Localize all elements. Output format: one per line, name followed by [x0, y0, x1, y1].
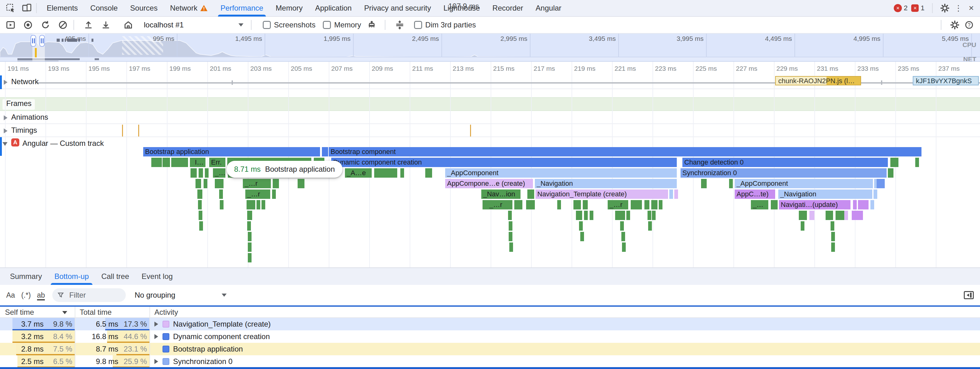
flame-bar[interactable]: Dynamic component creation: [331, 158, 677, 167]
table-row[interactable]: 2.8 ms7.5 %8.7 ms23.1 %Bootstrap applica…: [0, 343, 980, 355]
flame-bar[interactable]: [810, 211, 815, 220]
flame-bar[interactable]: Change detection 0: [682, 158, 888, 167]
flame-bar[interactable]: [895, 158, 899, 167]
filter-field[interactable]: [52, 288, 126, 302]
flame-bar[interactable]: [831, 232, 835, 241]
flame-bar[interactable]: [840, 211, 844, 220]
tab-bottom-up[interactable]: Bottom-up: [48, 268, 95, 285]
flame-bar[interactable]: [648, 221, 652, 231]
flame-bar[interactable]: Synchronization 0: [681, 168, 887, 177]
memory-checkbox[interactable]: Memory: [323, 21, 361, 29]
flame-bar[interactable]: [247, 211, 252, 220]
flame-bar[interactable]: Navigati…(update): [779, 200, 851, 209]
flame-bar[interactable]: [621, 232, 625, 241]
flame-bar[interactable]: AppC…te): [735, 190, 775, 199]
flame-bar[interactable]: [579, 221, 583, 231]
flame-bar[interactable]: [865, 200, 869, 209]
flame-bar[interactable]: [301, 179, 304, 188]
timings-track[interactable]: Timings: [0, 124, 980, 137]
flame-bar[interactable]: [204, 179, 207, 188]
flame-bar[interactable]: [644, 200, 649, 209]
animations-track[interactable]: Animations: [0, 111, 980, 124]
flame-bar[interactable]: I…: [193, 158, 205, 167]
flame-bar[interactable]: _Navigation: [778, 190, 872, 199]
flame-bar[interactable]: [652, 211, 655, 220]
home-icon[interactable]: [121, 18, 135, 32]
collect-garbage-button[interactable]: [365, 18, 379, 32]
sidebar-toggle-icon[interactable]: [964, 291, 974, 299]
load-profile-button[interactable]: [81, 18, 95, 32]
flame-bar[interactable]: [873, 190, 877, 199]
flame-bar[interactable]: [247, 221, 251, 231]
flame-bar[interactable]: [915, 158, 919, 167]
network-request-item[interactable]: kJF1BvYX7BgnkS: [913, 76, 979, 85]
flame-bar[interactable]: _Navigation: [535, 179, 677, 188]
flame-bar[interactable]: [638, 200, 642, 209]
live-metrics-button[interactable]: [4, 18, 18, 32]
flame-bar[interactable]: _…r: [243, 179, 271, 188]
flame-bar[interactable]: [830, 221, 834, 231]
table-row[interactable]: 3.2 ms8.4 %16.8 ms44.6 %Dynamic componen…: [0, 331, 980, 343]
expand-row-icon[interactable]: [154, 322, 158, 327]
flame-bar[interactable]: [729, 179, 733, 188]
flame-bar[interactable]: [182, 158, 188, 167]
flame-bar[interactable]: [852, 211, 856, 220]
expand-animations-icon[interactable]: [4, 115, 8, 120]
regex-button[interactable]: (.*): [21, 291, 31, 299]
flame-bar[interactable]: [197, 190, 202, 199]
table-row[interactable]: 3.7 ms9.8 %6.5 ms17.3 %Navigation_Templa…: [0, 318, 980, 331]
flame-bar[interactable]: [400, 168, 404, 177]
flame-bar[interactable]: [620, 221, 624, 231]
flame-bar[interactable]: [247, 200, 255, 209]
flame-bar[interactable]: [626, 211, 630, 220]
expand-network-icon[interactable]: [4, 80, 8, 85]
flame-bar[interactable]: [576, 211, 582, 220]
flame-bar[interactable]: [198, 200, 202, 209]
flame-bar[interactable]: [659, 200, 662, 209]
flame-bar[interactable]: [275, 179, 279, 188]
flame-bar[interactable]: [584, 211, 588, 220]
flame-bar[interactable]: [877, 179, 885, 188]
flame-bar[interactable]: [844, 211, 848, 220]
flame-bar[interactable]: [261, 200, 265, 209]
clear-button[interactable]: [56, 18, 70, 32]
grouping-select[interactable]: No grouping: [135, 291, 227, 299]
flame-bar[interactable]: [220, 200, 224, 209]
screenshots-checkbox[interactable]: Screenshots: [263, 21, 315, 29]
selection-handle-right[interactable]: [39, 35, 45, 47]
timeline-overview[interactable]: 495 ms995 ms1,495 ms1,995 ms2,495 ms2,99…: [0, 34, 980, 62]
flame-bar[interactable]: [248, 253, 251, 262]
expand-row-icon[interactable]: [154, 334, 158, 339]
flame-bar[interactable]: [573, 200, 581, 209]
filter-input[interactable]: [68, 290, 118, 300]
collapse-angular-icon[interactable]: [3, 142, 8, 146]
flame-bar[interactable]: [583, 200, 588, 209]
flame-bar[interactable]: [859, 211, 863, 220]
tab-summary[interactable]: Summary: [4, 268, 48, 285]
collapse-tracks-icon[interactable]: [393, 18, 407, 32]
flame-bar[interactable]: [703, 179, 707, 188]
flame-bar[interactable]: [648, 211, 651, 220]
column-header-self-time[interactable]: Self time: [5, 308, 34, 317]
flame-bar[interactable]: [325, 147, 328, 157]
flame-bar[interactable]: [774, 200, 778, 209]
flame-bar[interactable]: [380, 168, 397, 177]
flame-bar[interactable]: [509, 243, 513, 252]
flame-bar[interactable]: _A…e: [345, 168, 372, 177]
match-case-button[interactable]: Aa: [6, 291, 15, 299]
flame-bar[interactable]: [248, 243, 251, 252]
tab-console[interactable]: Console: [84, 0, 124, 16]
flame-bar[interactable]: [527, 190, 534, 199]
tab-call-tree[interactable]: Call tree: [95, 268, 135, 285]
flame-bar[interactable]: [272, 190, 276, 199]
record-and-reload-button[interactable]: [38, 18, 52, 32]
tab-recorder[interactable]: Recorder: [486, 0, 530, 16]
flame-bar[interactable]: [801, 221, 804, 231]
flame-bar[interactable]: [191, 168, 197, 177]
flame-bar[interactable]: [856, 211, 859, 220]
save-profile-button[interactable]: [99, 18, 113, 32]
help-button[interactable]: ?: [964, 20, 974, 30]
flame-bar[interactable]: [619, 211, 625, 220]
flame-bar[interactable]: _…: [751, 200, 768, 209]
close-devtools-button[interactable]: ×: [967, 3, 975, 13]
